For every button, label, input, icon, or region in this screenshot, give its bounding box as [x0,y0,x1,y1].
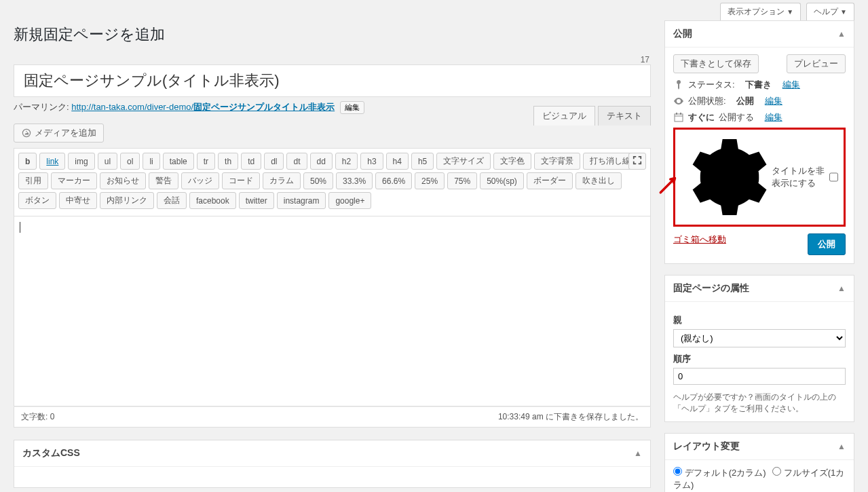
toolbar-25-button[interactable]: 25% [415,172,445,189]
fullscreen-button[interactable] [628,153,646,170]
chevron-up-icon: ▲ [837,284,846,293]
help-tab[interactable]: ヘルプ▼ [806,3,854,20]
content-textarea[interactable] [14,216,651,406]
toolbar--button[interactable]: 吹き出し [575,172,622,189]
edit-status-link[interactable]: 編集 [782,79,800,91]
toolbar--button[interactable]: ボタン [18,192,56,209]
edit-visibility-link[interactable]: 編集 [765,95,782,107]
autosave-status: 10:33:49 am に下書きを保存しました。 [498,411,643,423]
media-icon [21,128,32,138]
toolbar--button[interactable]: お知らせ [100,172,146,189]
permalink-label: パーマリンク: [14,102,69,112]
toolbar--button[interactable]: 文字背景 [534,153,580,170]
layout-box-header[interactable]: レイアウト変更 ▲ [665,434,854,460]
toolbar--button[interactable]: 文字サイズ [436,153,491,170]
edit-slug-button[interactable]: 編集 [340,101,364,114]
toolbar-google-button[interactable]: google+ [328,192,371,209]
toolbar-666-button[interactable]: 66.6% [375,172,412,189]
toolbar--button[interactable]: コード [222,172,260,189]
word-count: 文字数: 0 [21,411,54,423]
toolbar-twitter-button[interactable]: twitter [239,192,274,209]
toolbar-h3-button[interactable]: h3 [360,153,383,170]
toolbar-50sp-button[interactable]: 50%(sp) [480,172,524,189]
toolbar--button[interactable]: 引用 [18,172,48,189]
visibility-icon [673,96,684,107]
toolbar-link-button[interactable]: link [39,153,65,170]
save-draft-button[interactable]: 下書きとして保存 [673,54,759,73]
tab-visual[interactable]: ビジュアル [533,106,595,126]
revision-count: 17 [14,55,651,64]
gear-icon [681,134,768,221]
add-media-button[interactable]: メディアを追加 [14,124,104,143]
toolbar--button[interactable]: カラム [263,172,301,189]
hide-title-checkbox[interactable] [829,172,838,183]
custom-css-box-header[interactable]: カスタムCSS ▲ [14,440,650,467]
toolbar--button[interactable]: マーカー [51,172,97,189]
chevron-down-icon: ▼ [840,8,847,16]
toolbar-li-button[interactable]: li [143,153,159,170]
publish-box-header[interactable]: 公開 ▲ [665,21,854,48]
toolbar--button[interactable]: 文字色 [493,153,531,170]
toolbar-facebook-button[interactable]: facebook [189,192,236,209]
chevron-up-icon: ▲ [837,442,846,451]
move-to-trash-link[interactable]: ゴミ箱へ移動 [673,233,726,255]
toolbar--button[interactable]: 中寄せ [59,192,97,209]
arrow-icon [658,172,681,195]
toolbar-h4-button[interactable]: h4 [386,153,409,170]
toolbar-instagram-button[interactable]: instagram [277,192,326,209]
chevron-up-icon: ▲ [837,29,846,39]
publish-button[interactable]: 公開 [808,233,846,255]
display-options-tab[interactable]: 表示オプション▼ [720,3,801,20]
toolbar--button[interactable]: ボーダー [527,172,573,189]
toolbar--button[interactable]: 警告 [149,172,178,189]
svg-rect-3 [680,113,681,115]
layout-default-option[interactable]: デフォルト(2カラム) [673,468,766,478]
permalink-link[interactable]: http://tan-taka.com/diver-demo/固定ページサンプル… [71,102,335,112]
svg-rect-1 [675,114,683,121]
toolbar--button[interactable]: 会話 [157,192,187,209]
toolbar-th-button[interactable]: th [218,153,238,170]
hide-title-option: タイトルを非表示にする [673,128,846,227]
toolbar-img-button[interactable]: img [68,153,94,170]
post-title-input[interactable] [14,64,651,97]
toolbar-td-button[interactable]: td [241,153,261,170]
toolbar-75-button[interactable]: 75% [447,172,477,189]
menu-order-input[interactable] [673,368,846,385]
toolbar-ol-button[interactable]: ol [120,153,140,170]
svg-rect-2 [676,113,677,115]
svg-point-0 [22,129,30,136]
toolbar-h2-button[interactable]: h2 [335,153,358,170]
pin-icon [673,79,684,90]
fullscreen-icon [633,155,642,165]
toolbar-333-button[interactable]: 33.3% [336,172,373,189]
editor-toolbar: blinkimgulollitabletrthtddldtddh2h3h4h5文… [14,148,651,216]
preview-button[interactable]: プレビュー [787,54,846,73]
chevron-down-icon: ▼ [787,8,793,16]
order-label: 順序 [673,353,846,365]
page-attributes-header[interactable]: 固定ページの属性 ▲ [665,276,854,302]
edit-schedule-link[interactable]: 編集 [765,111,782,124]
page-heading: 新規固定ページを追加 [14,24,651,45]
toolbar-h5-button[interactable]: h5 [411,153,434,170]
toolbar--button[interactable]: 内部リンク [100,192,154,209]
toolbar-b-button[interactable]: b [18,153,37,170]
toolbar-tr-button[interactable]: tr [197,153,215,170]
tab-text[interactable]: テキスト [598,106,651,126]
hide-title-label: タイトルを非表示にする [772,165,825,189]
chevron-up-icon: ▲ [634,449,642,458]
toolbar-dl-button[interactable]: dl [264,153,284,170]
toolbar--button[interactable]: バッジ [181,172,219,189]
toolbar-table-button[interactable]: table [163,153,194,170]
parent-select[interactable]: (親なし) [673,329,846,347]
toolbar-dt-button[interactable]: dt [286,153,307,170]
toolbar-dd-button[interactable]: dd [310,153,333,170]
toolbar-50-button[interactable]: 50% [303,172,333,189]
attributes-help-text: ヘルプが必要ですか？画面のタイトルの上の「ヘルプ」タブをご利用ください。 [673,392,846,415]
calendar-icon [673,112,684,123]
toolbar-ul-button[interactable]: ul [98,153,117,170]
parent-label: 親 [673,314,846,326]
